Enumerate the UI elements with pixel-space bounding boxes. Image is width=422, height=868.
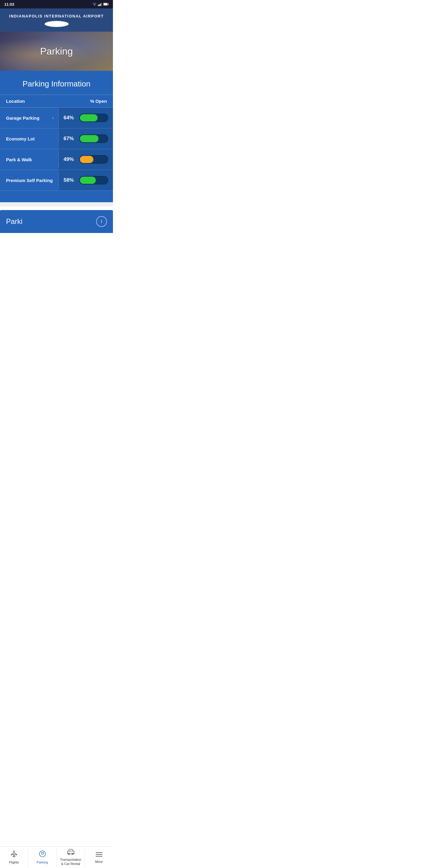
garage-percent-text: 64% [64,115,76,121]
economy-progress-fill [80,135,98,142]
garage-percent-section: 64% [59,107,113,128]
economy-name: Economy Lot [6,136,35,141]
section-gap [0,202,113,207]
airport-logo [5,21,108,27]
parking-row-premium: Premium Self Parking 58% [0,170,113,191]
parking-label: Parking [37,861,48,864]
garage-name: Garage Parking [6,116,39,121]
walk-progress-fill [80,156,93,163]
hero-section: Parking [0,32,113,71]
logo-shape [44,21,69,27]
svg-rect-1 [99,4,100,6]
airport-name: INDIANAPOLIS INTERNATIONAL AIRPORT [5,14,108,19]
premium-progress-fill [80,177,96,184]
walk-percent-section: 49% [59,149,113,170]
garage-chevron-icon: › [52,116,54,120]
garage-progress-fill [80,114,98,121]
card-bottom-spacer [0,191,113,200]
wifi-icon [93,3,97,6]
walk-progress-bar [79,155,108,164]
parking-icon [39,850,46,859]
walk-name: Park & Walk [6,157,32,162]
parking-rows: Garage Parking › 64% Economy Lot 67% [0,107,113,191]
premium-percent-section: 58% [59,170,113,190]
economy-percent-text: 67% [64,135,76,142]
second-section-title: Parki [6,217,23,226]
svg-rect-5 [108,4,109,5]
airport-header: INDIANAPOLIS INTERNATIONAL AIRPORT [0,8,113,32]
signal-icon [98,3,102,6]
nav-item-parking[interactable]: Parking [28,846,57,868]
nav-item-more[interactable]: More [85,846,113,868]
transportation-label: Transportation& Car Rental [60,858,81,866]
walk-percent-text: 49% [64,156,76,162]
parking-info-card: Parking Information Location % Open Gara… [0,71,113,202]
svg-rect-6 [104,3,107,5]
garage-location[interactable]: Garage Parking › [0,110,59,127]
economy-percent-section: 67% [59,128,113,149]
parking-row-economy: Economy Lot 67% [0,128,113,149]
walk-location: Park & Walk [0,151,59,168]
battery-icon [103,3,109,6]
garage-progress-bar [79,114,108,122]
nav-item-flights[interactable]: Flights [0,846,28,868]
economy-location: Economy Lot [0,130,59,147]
parking-row-garage[interactable]: Garage Parking › 64% [0,107,113,128]
bottom-nav: Flights Parking Transportation& Car Rent… [0,846,113,868]
parking-row-walk: Park & Walk 49% [0,149,113,170]
svg-rect-0 [98,5,99,6]
premium-percent-text: 58% [64,177,76,183]
more-label: More [95,860,103,864]
info-icon: i [101,219,102,224]
second-section-icon: i [96,216,107,227]
premium-location: Premium Self Parking [0,172,59,189]
svg-point-7 [39,851,45,857]
svg-rect-2 [100,4,101,6]
second-section: Parki i [0,210,113,233]
flights-label: Flights [9,861,19,864]
menu-icon [96,851,102,859]
svg-rect-3 [101,3,102,6]
parking-info-title: Parking Information [0,71,113,95]
car-icon [67,849,75,857]
column-open: % Open [90,98,107,104]
status-time: 11:03 [4,2,14,7]
nav-item-transportation[interactable]: Transportation& Car Rental [57,846,85,868]
premium-progress-bar [79,176,108,184]
column-location: Location [6,98,25,104]
plane-icon [10,850,18,859]
status-icons [93,3,109,6]
economy-progress-bar [79,134,108,143]
status-bar: 11:03 [0,0,113,8]
premium-name: Premium Self Parking [6,178,53,183]
hero-title: Parking [40,46,73,57]
table-header: Location % Open [0,95,113,107]
